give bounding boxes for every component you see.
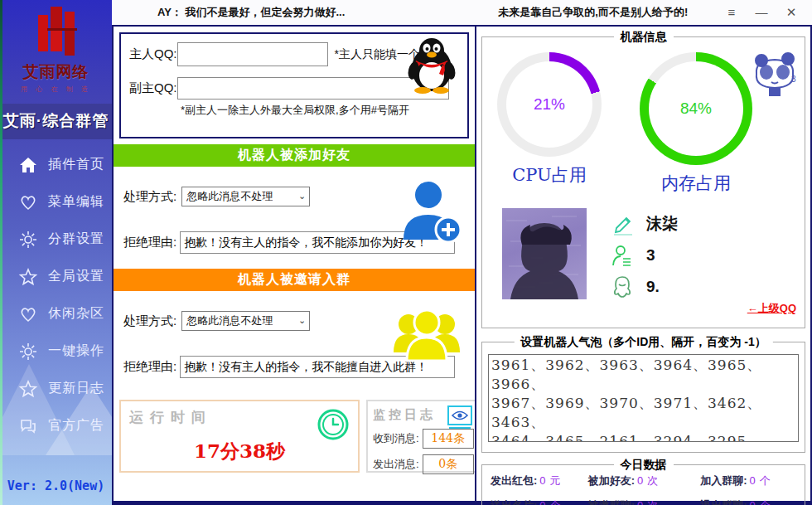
sidebar-item-label: 分群设置 <box>48 231 104 248</box>
logo-subtitle: 用 心 在 制 造 <box>0 85 112 94</box>
quote-prefix: AY： <box>157 6 182 18</box>
person-list-icon <box>610 243 635 268</box>
owner-qq-box: 主人QQ: *主人只能填一个 副主QQ: *副主人一除主人外最大全局权限,多个用… <box>119 32 469 138</box>
sent-value-box: 0条 <box>423 454 474 474</box>
today-groupbox: 今日数据 发出红包:0元 被加好友:0次 加入群聊:0个 送出名片:0个 被邀群… <box>481 464 805 505</box>
eye-icon[interactable] <box>447 405 472 425</box>
received-value: 144条 <box>431 431 465 446</box>
sidebar: 艾雨网络 用 心 在 制 造 艾雨·综合群管 插件首页 菜单编辑 <box>0 0 112 505</box>
stat-invited-group: 被邀群聊:0次 <box>588 498 700 505</box>
minimize-icon[interactable]: — <box>752 0 771 25</box>
bot-qq-value: 9. <box>646 278 660 296</box>
app-title-band: 艾雨·综合群管 <box>0 104 112 139</box>
bubble-title: 设置机器人气泡（多个ID用、隔开，百变为 -1） <box>514 335 772 350</box>
friend-method-value: 忽略此消息不处理 <box>186 189 273 204</box>
gear-icon <box>18 230 38 250</box>
stat-unit: 次 <box>647 499 658 505</box>
machine-info-groupbox: 机器信息 3 <box>481 36 805 328</box>
bot-profile: 沫柒 3 <box>482 195 805 303</box>
stat-unit: 元 <box>550 474 561 487</box>
close-icon[interactable]: ✕ <box>782 0 800 25</box>
stat-joined-group: 加入群聊:0个 <box>700 473 798 488</box>
sidebar-item-global-settings[interactable]: 全局设置 <box>0 258 112 295</box>
monitor-box: 监控日志 收到消息: 144条 发出消息: <box>366 400 481 473</box>
bot-group-count: 3 <box>646 246 655 265</box>
window-controls: ≡ — ✕ <box>723 0 812 25</box>
qq-outline-icon <box>610 274 635 299</box>
group-section-title: 机器人被邀请入群 <box>238 271 350 289</box>
bot-name-row: 沫柒 <box>610 208 678 240</box>
runtime-box: 运行时间 17分38秒 <box>119 400 360 473</box>
today-title: 今日数据 <box>614 458 674 473</box>
bot-avatar <box>502 208 587 299</box>
stat-value: 0 <box>750 474 756 487</box>
sent-row: 发出消息: 0条 <box>373 454 474 474</box>
memory-label: 内存占用 <box>640 172 752 195</box>
qq-penguin-icon <box>406 36 457 97</box>
sidebar-item-group-settings[interactable]: 分群设置 <box>0 221 112 258</box>
heart-icon <box>18 304 38 324</box>
logo: 艾雨网络 用 心 在 制 造 <box>0 0 112 94</box>
stat-label: 发出红包: <box>491 474 537 487</box>
machine-panel: 机器信息 3 <box>475 25 812 503</box>
stat-unit: 个 <box>760 474 771 487</box>
aiyu-logo-icon <box>27 5 86 61</box>
panda-doodle-icon: 3 <box>750 52 800 102</box>
group-reason-label: 拒绝理由: <box>123 359 176 375</box>
cpu-gauge: 21% <box>497 52 602 157</box>
friend-section: 处理方式: 忽略此消息不处理 ⌄ 拒绝理由: <box>114 167 475 269</box>
friend-section-title: 机器人被添加好友 <box>238 147 350 164</box>
sidebar-item-plugin-home[interactable]: 插件首页 <box>0 146 112 183</box>
sidebar-item-casual-zone[interactable]: 休闲杂区 <box>0 295 112 333</box>
star-icon <box>18 267 38 287</box>
stat-label: 被加好友: <box>588 474 635 487</box>
group-method-value: 忽略此消息不处理 <box>186 313 273 328</box>
cpu-gauge-block: 21% CPU占用 <box>497 52 602 195</box>
sidebar-item-label: 全局设置 <box>48 268 104 285</box>
friend-method-label: 处理方式: <box>123 189 176 205</box>
stat-label: 退出群聊: <box>700 499 747 505</box>
received-value-box: 144条 <box>423 429 474 449</box>
version-label: Ver: 2.0(New) <box>0 478 112 493</box>
bot-name: 沫柒 <box>646 213 678 235</box>
stat-value: 0 <box>637 499 643 505</box>
friend-method-dropdown[interactable]: 忽略此消息不处理 ⌄ <box>181 187 310 206</box>
bot-qq-row: 9. <box>610 271 678 303</box>
star-icon <box>18 379 38 399</box>
sidebar-green-strip <box>0 0 2 505</box>
group-method-label: 处理方式: <box>123 313 176 329</box>
group-method-dropdown[interactable]: 忽略此消息不处理 ⌄ <box>181 311 310 331</box>
deputy-qq-label: 副主QQ: <box>129 80 177 96</box>
sidebar-item-menu-edit[interactable]: 菜单编辑 <box>0 183 112 221</box>
sent-value: 0条 <box>438 457 457 472</box>
main-settings-panel: 主人QQ: *主人只能填一个 副主QQ: *副主人一除主人外最大全局权限,多个用… <box>112 25 476 503</box>
bubble-ids-textarea[interactable]: 3961、3962、3963、3964、3965、3966、 3967、3969… <box>488 354 799 442</box>
stat-value: 0 <box>637 474 643 487</box>
bot-profile-rows: 沫柒 3 <box>610 208 678 303</box>
parent-qq-link[interactable]: ←上级QQ <box>747 301 796 316</box>
memory-gauge: 84% <box>640 52 752 165</box>
clock-icon <box>317 408 350 444</box>
memory-gauge-block: 84% 内存占用 <box>640 52 752 195</box>
stat-unit: 个 <box>550 499 561 505</box>
received-label: 收到消息: <box>373 431 419 446</box>
friend-section-header: 机器人被添加好友 <box>114 144 475 167</box>
bubble-groupbox: 设置机器人气泡（多个ID用、隔开，百变为 -1） 3961、3962、3963、… <box>481 342 805 453</box>
stat-friended: 被加好友:0次 <box>588 473 700 488</box>
logo-text: 艾雨网络 <box>0 61 112 83</box>
sidebar-item-official-ads[interactable]: 官方广告 <box>0 407 112 444</box>
sidebar-item-changelog[interactable]: 更新日志 <box>0 370 112 407</box>
friend-reason-label: 拒绝理由: <box>123 235 176 250</box>
eye-underline <box>449 427 471 429</box>
pencil-icon <box>610 211 635 236</box>
sidebar-item-one-key[interactable]: 一键操作 <box>0 333 112 370</box>
master-qq-input[interactable] <box>177 42 328 66</box>
stat-label: 加入群聊: <box>700 474 747 487</box>
add-friend-icon <box>394 177 463 250</box>
received-row: 收到消息: 144条 <box>373 429 474 449</box>
chevron-down-icon: ⌄ <box>298 315 306 326</box>
bot-groups-row: 3 <box>610 240 678 271</box>
monitor-title: 监控日志 <box>373 407 436 423</box>
stat-label: 被邀群聊: <box>588 499 635 505</box>
menu-icon[interactable]: ≡ <box>723 0 741 25</box>
